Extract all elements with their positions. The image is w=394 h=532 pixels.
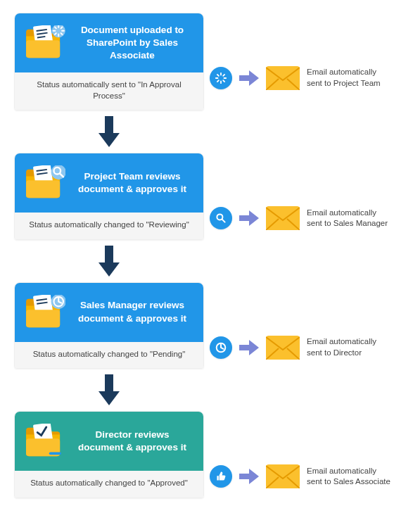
stage-result: Email automatically sent to Sales Manage… [204,206,391,230]
arrow-right-icon [239,70,259,86]
stage-result: Email automatically sent to Sales Associ… [204,464,391,488]
svg-line-22 [223,75,224,76]
workflow-stage: Document uploaded to SharePoint by Sales… [14,13,380,110]
svg-rect-47 [49,452,61,455]
svg-line-11 [55,27,56,28]
svg-rect-28 [26,180,60,198]
email-text: Email automatically sent to Project Team [307,67,391,89]
stage-card: Director reviews document & approves it … [14,411,204,498]
svg-line-33 [222,220,225,222]
thumbs-up-icon [210,465,232,488]
email-text: Email automatically sent to Sales Associ… [307,466,391,488]
stage-result: Email automatically sent to Director [204,336,391,360]
stage-title: Sales Manager reviews document & approve… [74,299,191,324]
email-icon [266,206,300,230]
email-icon [266,66,300,90]
email-icon [266,464,300,488]
clock-icon [210,336,232,359]
arrow-down-icon [14,240,204,282]
folder-document-icon [25,165,65,201]
svg-rect-39 [26,310,60,327]
stage-title: Project Team reviews document & approves… [74,170,191,196]
arrow-down-icon [14,369,204,411]
card-header: Director reviews document & approves it [15,412,203,471]
workflow-stage: Project Team reviews document & approves… [14,153,380,240]
svg-line-21 [217,80,219,82]
svg-line-20 [223,80,224,82]
workflow-stage: Sales Manager reviews document & approve… [14,282,380,369]
card-header: Sales Manager reviews document & approve… [15,283,203,342]
card-header: Project Team reviews document & approves… [15,153,203,213]
stage-card: Sales Manager reviews document & approve… [14,282,204,369]
arrow-right-icon [239,469,259,484]
svg-rect-5 [26,40,60,58]
email-icon [266,336,300,360]
svg-line-19 [217,75,219,76]
arrow-right-icon [239,210,259,226]
stage-title: Director reviews document & approves it [74,429,191,454]
stage-status: Status automatically sent to "In Approva… [15,72,203,110]
arrow-down-icon [14,110,204,153]
arrow-right-icon [239,340,259,355]
svg-line-14 [61,27,63,28]
svg-line-13 [55,33,56,34]
stage-card: Project Team reviews document & approves… [14,153,204,240]
email-text: Email automatically sent to Sales Manage… [307,208,391,229]
stage-status: Status automatically changed to "Approve… [15,471,203,498]
stage-result: Email automatically sent to Project Team [204,66,391,90]
folder-document-icon [25,424,65,459]
stage-title: Document uploaded to SharePoint by Sales… [74,24,191,63]
stage-card: Document uploaded to SharePoint by Sales… [14,13,204,110]
search-icon [210,207,232,229]
workflow-stage: Director reviews document & approves it … [14,411,380,498]
spinner-icon [210,67,232,89]
folder-document-icon [25,295,65,330]
stage-status: Status automatically changed to "Pending… [15,342,203,369]
svg-line-12 [61,33,63,34]
stage-status: Status automatically changed to "Reviewi… [15,213,203,239]
email-text: Email automatically sent to Director [307,336,391,358]
card-header: Document uploaded to SharePoint by Sales… [15,13,203,72]
folder-document-icon [25,25,65,61]
